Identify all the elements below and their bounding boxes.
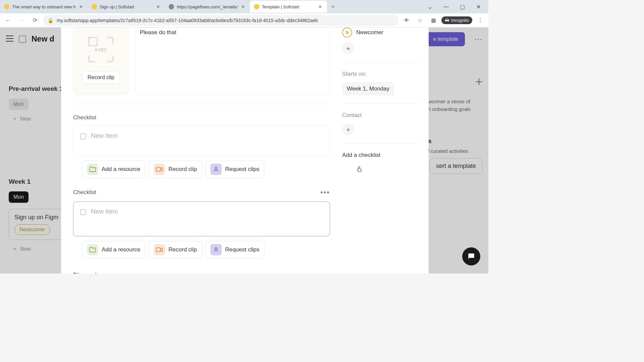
starts-on-chip[interactable]: Week 1, Monday <box>342 82 394 96</box>
tab-title: The smart way to onboard new h <box>12 4 75 9</box>
chevron-down-icon[interactable]: ⌄ <box>423 1 437 12</box>
checklist-item-input[interactable] <box>91 208 323 230</box>
favicon-icon <box>169 4 174 9</box>
modal-side-panel: N Newcomer ＋ Starts on: Week 1, Monday C… <box>342 27 429 274</box>
favicon-icon <box>92 4 97 9</box>
person-icon <box>210 164 222 175</box>
tab-title: https://pageflows.com/_/emails/ <box>177 4 237 9</box>
add-checklist-link[interactable]: Add a checklist <box>342 152 419 159</box>
svg-point-1 <box>215 167 217 169</box>
incognito-icon: 🕶 <box>445 18 449 23</box>
activity-modal: rec Record clip Please do that Checklist <box>61 27 429 274</box>
checklist-box-focused <box>73 201 330 236</box>
favicon-icon <box>254 4 259 9</box>
bookmark-icon[interactable]: ☆ <box>415 15 425 26</box>
reload-button[interactable]: ⟳ <box>30 15 40 26</box>
incognito-badge: 🕶 Incognito <box>441 16 472 24</box>
record-clip-button[interactable]: Record clip <box>149 161 202 178</box>
video-icon <box>154 244 165 255</box>
checklist-more-icon[interactable]: ••• <box>320 188 330 197</box>
folder-icon <box>87 244 98 255</box>
checklist-box <box>73 126 330 156</box>
back-button[interactable]: ← <box>3 15 13 26</box>
avatar: N <box>342 27 352 38</box>
contact-label: Contact <box>342 112 419 119</box>
browser-tab-active[interactable]: Template | Softstart ✕ <box>250 1 327 13</box>
description-box[interactable]: Please do that <box>135 27 330 95</box>
request-clips-button[interactable]: Request clips <box>205 161 264 178</box>
record-clip-button[interactable]: Record clip <box>82 71 120 83</box>
browser-menu-icon[interactable]: ⋮ <box>475 15 486 26</box>
forward-button[interactable]: → <box>16 15 27 26</box>
extensions-icon[interactable]: ▦ <box>428 15 439 26</box>
minimize-icon[interactable]: — <box>439 1 453 12</box>
lock-icon: 🔒 <box>48 18 53 23</box>
add-assignee-button[interactable]: ＋ <box>342 42 354 54</box>
add-contact-button[interactable]: ＋ <box>342 123 354 135</box>
assignee-row: N Newcomer <box>342 27 419 38</box>
svg-point-3 <box>215 248 217 250</box>
close-window-icon[interactable]: ✕ <box>471 1 486 12</box>
rec-icon: rec <box>86 35 116 65</box>
chat-fab-button[interactable] <box>462 247 480 265</box>
tab-title: Template | Softstart <box>262 4 315 9</box>
browser-toolbar: ← → ⟳ 🔒 my.softstartapp.app/templates/2c… <box>0 13 488 27</box>
checklist-section-label: Checklist <box>73 114 330 121</box>
record-clip-card: rec Record clip <box>73 27 129 95</box>
favicon-icon <box>4 4 9 9</box>
tracking-icon[interactable]: 👁 <box>401 15 412 26</box>
video-icon <box>154 164 165 175</box>
browser-tab-strip: The smart way to onboard new h ✕ Sign up… <box>0 0 488 13</box>
window-controls: ⌄ — ▢ ✕ <box>423 1 488 12</box>
folder-icon <box>87 164 98 175</box>
browser-tab[interactable]: Sign up | Softstart ✕ <box>88 1 165 13</box>
checklist-item-input[interactable] <box>91 132 323 139</box>
record-clip-button[interactable]: Record clip <box>149 241 202 258</box>
description-text: Please do that <box>140 29 176 36</box>
modal-main-content: rec Record clip Please do that Checklist <box>61 27 342 274</box>
tab-title: Sign up | Softstart <box>100 4 153 9</box>
person-icon <box>210 244 222 255</box>
new-tab-button[interactable]: ＋ <box>328 2 338 11</box>
svg-rect-0 <box>156 167 160 171</box>
starts-on-label: Starts on: <box>342 71 419 77</box>
checkbox[interactable] <box>80 209 86 215</box>
url-bar[interactable]: 🔒 my.softstartapp.app/templates/2c7a9519… <box>43 15 398 26</box>
svg-rect-2 <box>156 248 160 252</box>
maximize-icon[interactable]: ▢ <box>455 1 470 12</box>
request-clips-button[interactable]: Request clips <box>205 241 264 258</box>
close-tab-icon[interactable]: ✕ <box>155 4 161 9</box>
add-resource-button[interactable]: Add a resource <box>82 241 145 258</box>
add-resource-button[interactable]: Add a resource <box>82 161 145 178</box>
checkbox[interactable] <box>80 133 86 139</box>
discussion-section-label: Discussion <box>73 272 330 274</box>
checklist-section-label: Checklist <box>73 189 96 196</box>
close-tab-icon[interactable]: ✕ <box>318 4 323 9</box>
incognito-label: Incognito <box>451 18 469 23</box>
close-tab-icon[interactable]: ✕ <box>78 4 84 9</box>
close-tab-icon[interactable]: ✕ <box>240 4 246 9</box>
browser-tab[interactable]: The smart way to onboard new h ✕ <box>0 1 88 13</box>
browser-tab[interactable]: https://pageflows.com/_/emails/ ✕ <box>165 1 250 13</box>
url-text: my.softstartapp.app/templates/2c7a9519-2… <box>57 18 318 23</box>
assignee-name: Newcomer <box>356 29 383 36</box>
